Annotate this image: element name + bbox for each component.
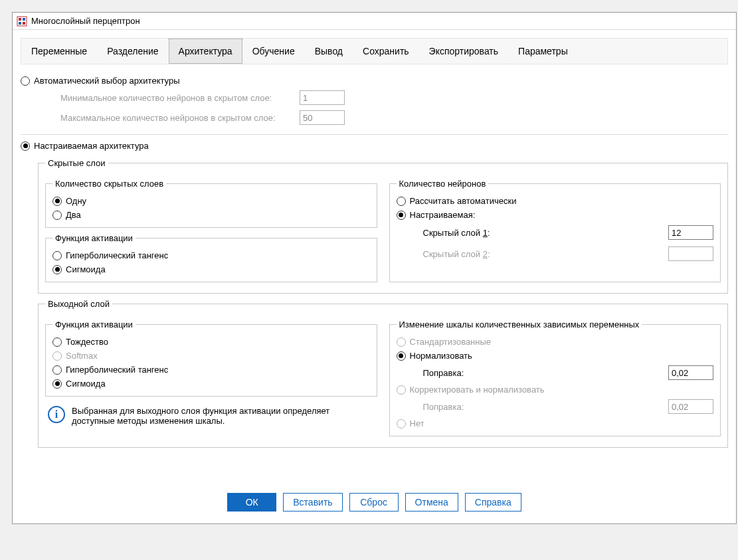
mode-custom-label: Настраиваемая архитектура — [34, 141, 149, 151]
tab-partition[interactable]: Разделение — [97, 39, 168, 64]
output-layer-group: Выходной слой Функция активации Тождеств… — [38, 299, 728, 448]
hidden-count-group: Количество скрытых слоев Одну Два — [45, 179, 377, 228]
mode-auto-radio[interactable] — [21, 76, 30, 86]
scale-adjnorm-corr-label: Поправка: — [423, 402, 464, 412]
mode-custom-radio[interactable] — [21, 141, 30, 151]
mode-auto-label: Автоматический выбор архитектуры — [34, 76, 180, 86]
app-icon — [17, 16, 27, 27]
hidden-activation-group: Функция активации Гиперболический танген… — [45, 233, 377, 282]
tab-variables[interactable]: Переменные — [21, 39, 97, 64]
mode-auto-row[interactable]: Автоматический выбор архитектуры — [21, 74, 728, 88]
scale-group: Изменение шкалы количественных зависимых… — [389, 320, 721, 436]
tab-export[interactable]: Экспортировать — [419, 39, 508, 64]
window-title: Многослойный перцептрон — [31, 16, 140, 26]
scale-norm-radio[interactable] — [397, 351, 406, 361]
out-act-tanh-row[interactable]: Гиперболический тангенс — [52, 363, 370, 377]
hidden-count-two-label: Два — [66, 210, 81, 220]
neurons-group: Количество нейронов Рассчитать автоматич… — [389, 179, 721, 282]
neurons-layer2-label-pre: Скрытый слой — [423, 249, 483, 259]
out-act-identity-row[interactable]: Тождество — [52, 335, 370, 349]
info-text: Выбранная для выходного слоя функция акт… — [72, 406, 375, 426]
neurons-layer2-input — [668, 246, 713, 261]
svg-rect-3 — [19, 22, 21, 25]
button-bar: ОК Вставить Сброс Отмена Справка — [21, 453, 728, 512]
out-act-softmax-radio — [52, 351, 62, 361]
tabbar: Переменные Разделение Архитектура Обучен… — [21, 38, 728, 64]
scale-norm-row[interactable]: Нормализовать — [397, 349, 714, 363]
tab-architecture[interactable]: Архитектура — [169, 39, 242, 64]
divider — [21, 134, 728, 135]
info-icon: i — [48, 406, 65, 423]
scale-adjnorm-corr-input — [668, 399, 713, 414]
hidden-act-tanh-label: Гиперболический тангенс — [66, 250, 168, 260]
cancel-button[interactable]: Отмена — [405, 493, 458, 512]
scale-adjnorm-label: Корректировать и нормализовать — [410, 385, 545, 395]
hidden-act-sigmoid-row[interactable]: Сигмоида — [52, 262, 370, 276]
hidden-count-one-row[interactable]: Одну — [52, 194, 370, 208]
out-act-sigmoid-radio[interactable] — [52, 379, 62, 389]
scale-std-label: Стандартизованные — [410, 337, 492, 347]
info-row: i Выбранная для выходного слоя функция а… — [45, 402, 377, 427]
output-activation-group: Функция активации Тождество Softmax — [45, 320, 377, 397]
auto-min-input — [300, 90, 345, 105]
neurons-custom-radio[interactable] — [397, 211, 406, 220]
neurons-layer1-label-u: 1 — [483, 228, 488, 238]
neurons-layer2-label: Скрытый слой 2: — [423, 249, 490, 259]
hidden-act-tanh-row[interactable]: Гиперболический тангенс — [52, 248, 370, 262]
hidden-act-sigmoid-radio[interactable] — [52, 265, 62, 274]
hidden-count-one-radio[interactable] — [52, 197, 62, 206]
auto-max-input — [300, 110, 345, 125]
scale-legend: Изменение шкалы количественных зависимых… — [397, 320, 642, 329]
hidden-count-one-label: Одну — [66, 196, 86, 206]
neurons-auto-radio[interactable] — [397, 197, 406, 206]
scale-std-radio — [397, 337, 406, 347]
scale-none-row: Нет — [397, 417, 714, 430]
neurons-layer1-label-post: : — [488, 228, 490, 238]
hidden-layers-legend: Скрытые слои — [45, 158, 108, 168]
scale-norm-corr-input[interactable] — [668, 365, 713, 380]
scale-none-radio — [397, 419, 406, 428]
neurons-layer1-label-pre: Скрытый слой — [423, 228, 483, 238]
output-layer-legend: Выходной слой — [45, 299, 112, 309]
out-act-sigmoid-row[interactable]: Сигмоида — [52, 377, 370, 391]
tab-output[interactable]: Вывод — [305, 39, 353, 64]
neurons-legend: Количество нейронов — [397, 179, 489, 189]
svg-rect-2 — [23, 18, 25, 21]
neurons-auto-row[interactable]: Рассчитать автоматически — [397, 194, 714, 208]
neurons-layer2-label-post: : — [488, 249, 490, 259]
scale-norm-label: Нормализовать — [410, 351, 472, 361]
hidden-act-sigmoid-label: Сигмоида — [66, 264, 106, 274]
help-button[interactable]: Справка — [465, 493, 521, 512]
paste-button[interactable]: Вставить — [283, 493, 342, 512]
tab-training[interactable]: Обучение — [242, 39, 305, 64]
out-act-softmax-row: Softmax — [52, 349, 370, 363]
hidden-count-two-radio[interactable] — [52, 211, 62, 220]
svg-rect-4 — [23, 22, 25, 25]
hidden-act-tanh-radio[interactable] — [52, 251, 62, 260]
tab-options[interactable]: Параметры — [508, 39, 578, 64]
hidden-count-legend: Количество скрытых слоев — [52, 179, 166, 189]
mode-custom-row[interactable]: Настраиваемая архитектура — [21, 139, 728, 153]
reset-button[interactable]: Сброс — [349, 493, 399, 512]
output-activation-legend: Функция активации — [52, 320, 136, 329]
svg-rect-1 — [19, 18, 21, 21]
ok-button[interactable]: ОК — [227, 493, 276, 512]
scale-std-row: Стандартизованные — [397, 335, 714, 349]
scale-adjnorm-radio — [397, 385, 406, 395]
neurons-layer1-label: Скрытый слой 1: — [423, 228, 490, 238]
out-act-tanh-radio[interactable] — [52, 365, 62, 375]
hidden-activation-legend: Функция активации — [52, 233, 136, 243]
out-act-identity-radio[interactable] — [52, 337, 62, 347]
neurons-layer1-input[interactable] — [668, 225, 713, 240]
hidden-layers-group: Скрытые слои Количество скрытых слоев Од… — [38, 158, 728, 294]
neurons-custom-label: Настраиваемая: — [410, 210, 476, 220]
scale-adjnorm-row: Корректировать и нормализовать — [397, 383, 714, 397]
out-act-tanh-label: Гиперболический тангенс — [66, 365, 168, 375]
neurons-layer2-label-u: 2 — [483, 249, 488, 259]
scale-norm-corr-label: Поправка: — [423, 368, 464, 378]
neurons-custom-row[interactable]: Настраиваемая: — [397, 208, 714, 222]
out-act-sigmoid-label: Сигмоида — [66, 379, 106, 389]
out-act-softmax-label: Softmax — [66, 351, 98, 361]
hidden-count-two-row[interactable]: Два — [52, 208, 370, 222]
tab-save[interactable]: Сохранить — [353, 39, 419, 64]
